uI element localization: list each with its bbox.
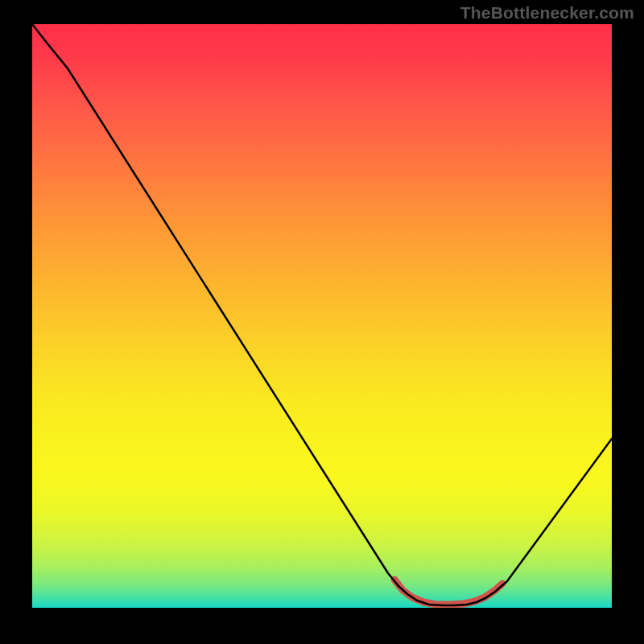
curve-svg: [32, 24, 612, 608]
bottleneck-curve: [32, 24, 612, 605]
plot-area: [32, 24, 612, 608]
chart-container: TheBottlenecker.com: [0, 0, 644, 644]
watermark-text: TheBottlenecker.com: [460, 3, 634, 23]
highlight-band: [394, 580, 502, 605]
